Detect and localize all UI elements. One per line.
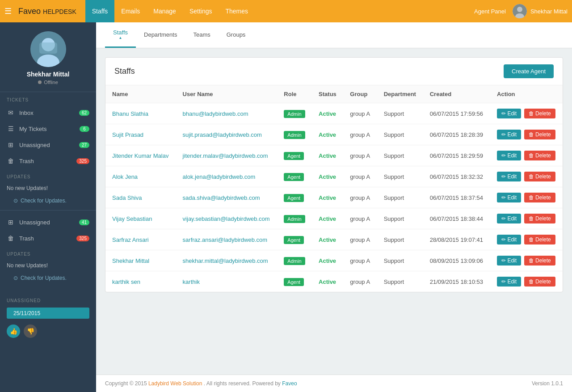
create-agent-button[interactable]: Create Agent xyxy=(504,64,554,78)
trash2-icon: 🗑 xyxy=(7,235,15,242)
staff-name-link[interactable]: karthik sen xyxy=(112,278,140,285)
edit-button[interactable]: ✏ Edit xyxy=(497,109,521,118)
staff-role-badge: Agent xyxy=(284,152,304,160)
delete-button[interactable]: 🗑 Delete xyxy=(524,256,555,266)
cell-action: ✏ Edit 🗑 Delete xyxy=(490,145,563,166)
delete-button[interactable]: 🗑 Delete xyxy=(524,235,555,244)
cell-email: vijay.sebastian@ladybirdweb.com xyxy=(176,208,278,229)
delete-button[interactable]: 🗑 Delete xyxy=(524,130,555,139)
cell-name: Bhanu Slathia xyxy=(105,103,176,124)
nav-emails[interactable]: Emails xyxy=(114,0,147,22)
tab-departments[interactable]: Departments xyxy=(136,25,185,46)
sidebar-item-mytickets[interactable]: ☰ My Tickets 6 xyxy=(0,121,96,137)
tab-teams[interactable]: Teams xyxy=(185,25,218,46)
thumb-down-icon[interactable]: 👎 xyxy=(24,325,37,338)
edit-button[interactable]: ✏ Edit xyxy=(497,151,521,160)
cell-role: Agent xyxy=(277,187,312,208)
cell-department: Support xyxy=(377,166,423,187)
profile-name: Shekhar Mittal xyxy=(27,71,70,78)
staff-name-link[interactable]: Sada Shiva xyxy=(112,194,142,201)
footer-faveo-link[interactable]: Faveo xyxy=(282,380,297,387)
table-row: Vijay Sebastian vijay.sebastian@ladybird… xyxy=(105,208,563,229)
staff-status: Active xyxy=(319,236,336,243)
sidebar-item-unassigned[interactable]: ⊞ Unassigned 27 xyxy=(0,137,96,153)
cell-department: Support xyxy=(377,208,423,229)
brand-logo: Faveo HELPDESK xyxy=(18,7,76,16)
delete-button[interactable]: 🗑 Delete xyxy=(524,277,555,287)
inbox-label: Inbox xyxy=(19,110,79,116)
edit-button[interactable]: ✏ Edit xyxy=(497,214,521,223)
profile-avatar xyxy=(30,31,66,67)
nav-themes[interactable]: Themes xyxy=(219,0,255,22)
cell-group: group A xyxy=(343,124,377,145)
staff-name-link[interactable]: Sarfraz Ansari xyxy=(112,236,149,243)
nav-settings[interactable]: Settings xyxy=(183,0,219,22)
cell-email: sujit.prasad@ladybirdweb.com xyxy=(176,124,278,145)
version-number: 1.0.1 xyxy=(551,380,563,387)
staff-name-link[interactable]: Shekhar Mittal xyxy=(112,257,149,264)
cell-created: 28/08/2015 19:07:41 xyxy=(423,229,490,250)
agent-panel-link[interactable]: Agent Panel xyxy=(474,8,506,15)
delete-button[interactable]: 🗑 Delete xyxy=(524,172,555,181)
menu-icon[interactable]: ☰ xyxy=(4,6,12,16)
cell-name: Vijay Sebastian xyxy=(105,208,176,229)
sidebar-item-trash[interactable]: 🗑 Trash 325 xyxy=(0,153,96,169)
staff-name-link[interactable]: Sujit Prasad xyxy=(112,131,143,138)
edit-button[interactable]: ✏ Edit xyxy=(497,256,521,266)
inbox-badge: 62 xyxy=(79,110,89,116)
no-updates-text: No new Updates! xyxy=(0,181,96,195)
staff-name-link[interactable]: Alok Jena xyxy=(112,173,138,180)
table-header: Name User Name Role Status Group Departm… xyxy=(105,85,563,103)
staff-name-link[interactable]: Vijay Sebastian xyxy=(112,215,152,222)
cell-email: sada.shiva@ladybirdweb.com xyxy=(176,187,278,208)
staff-role-badge: Agent xyxy=(284,194,304,202)
staff-status: Active xyxy=(319,110,336,117)
delete-button[interactable]: 🗑 Delete xyxy=(524,151,555,160)
delete-button[interactable]: 🗑 Delete xyxy=(524,193,555,202)
delete-button[interactable]: 🗑 Delete xyxy=(524,214,555,223)
nav-manage[interactable]: Manage xyxy=(147,0,183,22)
footer-right: Version 1.0.1 xyxy=(532,380,563,387)
cell-name: Sarfraz Ansari xyxy=(105,229,176,250)
staff-email: sujit.prasad@ladybirdweb.com xyxy=(183,131,262,138)
cell-action: ✏ Edit 🗑 Delete xyxy=(490,271,563,292)
edit-button[interactable]: ✏ Edit xyxy=(497,172,521,181)
cell-action: ✏ Edit 🗑 Delete xyxy=(490,208,563,229)
delete-button[interactable]: 🗑 Delete xyxy=(524,109,555,118)
edit-button[interactable]: ✏ Edit xyxy=(497,235,521,244)
edit-button[interactable]: ✏ Edit xyxy=(497,277,521,287)
cell-role: Agent xyxy=(277,271,312,292)
cell-group: group A xyxy=(343,229,377,250)
cell-role: Admin xyxy=(277,124,312,145)
footer-company-link[interactable]: Ladybird Web Solution xyxy=(148,380,202,387)
table-row: Sada Shiva sada.shiva@ladybirdweb.com Ag… xyxy=(105,187,563,208)
unassigned-label: Unassigned xyxy=(19,142,79,148)
edit-button[interactable]: ✏ Edit xyxy=(497,193,521,202)
tab-departments-label: Departments xyxy=(144,31,177,38)
main-layout: Shekhar Mittal Offline TICKETS ✉ Inbox 6… xyxy=(0,22,572,392)
sidebar-item-inbox[interactable]: ✉ Inbox 62 xyxy=(0,105,96,121)
brand-name: Faveo xyxy=(18,7,41,16)
cell-created: 06/07/2015 18:29:59 xyxy=(423,145,490,166)
user-info: Shekhar Mittal xyxy=(513,4,568,18)
sidebar-item-unassigned2[interactable]: ⊞ Unassigned 41 xyxy=(0,214,96,230)
cell-created: 06/07/2015 18:37:54 xyxy=(423,187,490,208)
tab-groups[interactable]: Groups xyxy=(219,25,254,46)
staff-role-badge: Admin xyxy=(284,131,305,139)
trash2-badge: 325 xyxy=(76,236,89,241)
sidebar-item-trash2[interactable]: 🗑 Trash 325 xyxy=(0,230,96,246)
thumb-up-icon[interactable]: 👍 xyxy=(7,325,20,338)
table-row: Jitender Kumar Malav jitender.malav@lady… xyxy=(105,145,563,166)
staff-name-link[interactable]: Bhanu Slathia xyxy=(112,110,148,117)
check-updates-link2[interactable]: ⊙ Check for Updates. xyxy=(0,272,96,284)
col-group: Group xyxy=(343,85,377,103)
nav-staffs[interactable]: Staffs xyxy=(85,0,115,22)
edit-button[interactable]: ✏ Edit xyxy=(497,130,521,139)
cell-action: ✏ Edit 🗑 Delete xyxy=(490,250,563,271)
cell-role: Agent xyxy=(277,166,312,187)
tab-staffs[interactable]: Staffs ▲ xyxy=(105,22,136,48)
tab-teams-label: Teams xyxy=(193,31,210,38)
staff-name-link[interactable]: Jitender Kumar Malav xyxy=(112,152,168,159)
top-navbar: ☰ Faveo HELPDESK Staffs Emails Manage Se… xyxy=(0,0,572,22)
check-updates-link[interactable]: ⊙ Check for Updates. xyxy=(0,195,96,207)
